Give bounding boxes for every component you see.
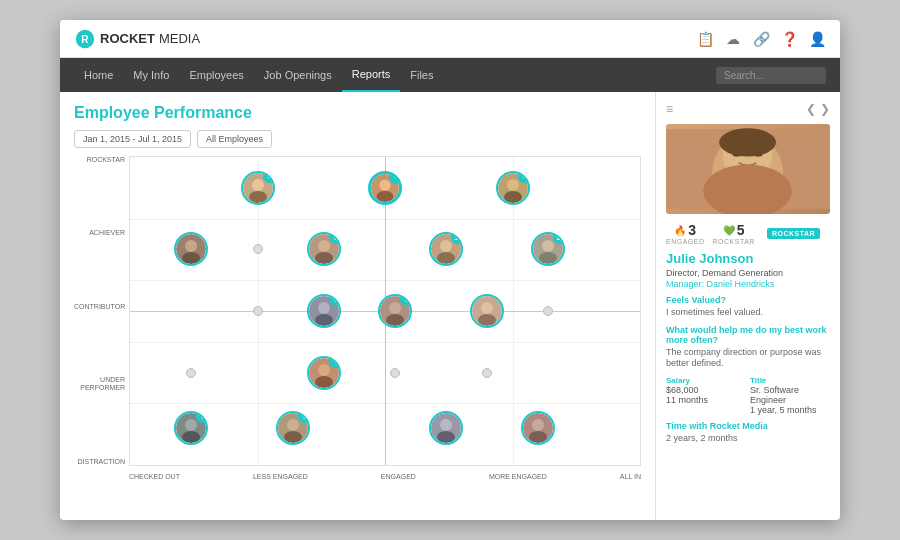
- avatar-r2-4[interactable]: 11: [531, 232, 565, 266]
- logo-rocket: ROCKET: [100, 31, 155, 46]
- nav-employees[interactable]: Employees: [179, 58, 253, 92]
- svg-point-42: [440, 419, 452, 431]
- y-label-contributor: CONTRIBUTOR: [74, 303, 129, 311]
- panel-prev-icon[interactable]: ≡: [666, 102, 673, 116]
- employee-manager: Manager: Daniel Hendricks: [666, 279, 830, 289]
- svg-point-12: [185, 240, 197, 252]
- stat-rockstar-value: 💚 5: [723, 222, 745, 238]
- employee-detail-panel: ≡ ❮ ❯: [655, 92, 840, 520]
- avatar-r3-2[interactable]: 6: [378, 294, 412, 328]
- dot-r4-2[interactable]: [390, 368, 400, 378]
- stat-rockstar-label: ROCKSTAR: [713, 238, 755, 245]
- dot-r2-1[interactable]: [253, 244, 263, 254]
- avatar-r2-3[interactable]: 14: [429, 232, 463, 266]
- employee-face-svg: [666, 124, 830, 214]
- avatar-r1-2[interactable]: 4: [368, 171, 402, 205]
- nav-myinfo[interactable]: My Info: [123, 58, 179, 92]
- rockstar-badge: ROCKSTAR: [767, 228, 820, 239]
- x-axis: CHECKED OUT LESS ENGAGED ENGAGED MORE EN…: [129, 466, 641, 486]
- svg-point-43: [437, 431, 455, 443]
- svg-point-6: [379, 179, 390, 190]
- avatar-r2-2[interactable]: 6: [307, 232, 341, 266]
- avatar-r1-3[interactable]: 8: [496, 171, 530, 205]
- dot-r3-1[interactable]: [253, 306, 263, 316]
- y-label-achiever: ACHIEVER: [74, 229, 129, 237]
- svg-point-40: [284, 431, 302, 443]
- svg-point-36: [185, 419, 197, 431]
- avatar-r3-1[interactable]: 7: [307, 294, 341, 328]
- svg-point-31: [478, 314, 496, 326]
- avatar-r2-1[interactable]: [174, 232, 208, 266]
- dot-r4-3[interactable]: [482, 368, 492, 378]
- logo-media: MEDIA: [159, 31, 200, 46]
- salary-tenure: 11 months: [666, 395, 746, 405]
- svg-point-45: [532, 419, 544, 431]
- svg-point-4: [249, 191, 267, 203]
- avatar-r5-3[interactable]: [429, 411, 463, 445]
- avatar-r4-1[interactable]: 4: [307, 356, 341, 390]
- q1-answer: I sometimes feel valued.: [666, 307, 830, 319]
- x-label-4: MORE ENGAGED: [489, 473, 547, 480]
- stat-engaged: 🔥 3 ENGAGED: [666, 222, 705, 245]
- svg-point-3: [252, 179, 264, 191]
- nav-jobopenings[interactable]: Job Openings: [254, 58, 342, 92]
- salary-value: $68,000: [666, 385, 746, 395]
- filters: Jan 1, 2015 - Jul 1, 2015 All Employees: [74, 130, 641, 148]
- avatar-r5-4[interactable]: [521, 411, 555, 445]
- svg-point-39: [287, 419, 299, 431]
- salary-label: Salary: [666, 376, 746, 385]
- title-duration: 1 year, 5 months: [750, 405, 830, 415]
- performance-chart: ROCKSTAR ACHIEVER CONTRIBUTOR UNDER PERF…: [74, 156, 641, 486]
- link-icon[interactable]: 🔗: [752, 30, 770, 48]
- salary-cell: Salary $68,000 11 months: [666, 376, 746, 415]
- svg-point-33: [318, 364, 330, 376]
- svg-point-18: [440, 240, 452, 252]
- employee-photo: [666, 124, 830, 214]
- cloud-icon[interactable]: ☁: [724, 30, 742, 48]
- employee-name: Julie Johnson: [666, 251, 830, 266]
- search-input[interactable]: [716, 67, 826, 84]
- manager-name: Daniel Hendricks: [707, 279, 775, 289]
- dot-r4-1[interactable]: [186, 368, 196, 378]
- svg-point-34: [315, 376, 333, 388]
- panel-nav-left[interactable]: ❮: [806, 102, 816, 116]
- svg-point-7: [377, 191, 394, 202]
- svg-point-24: [318, 302, 330, 314]
- main-window: R ROCKETMEDIA 📋 ☁ 🔗 ❓ 👤 Home My Info Emp…: [60, 20, 840, 520]
- main-content: Employee Performance Jan 1, 2015 - Jul 1…: [60, 92, 840, 520]
- stat-engaged-label: ENGAGED: [666, 238, 705, 245]
- page-title: Employee Performance: [74, 104, 641, 122]
- notifications-icon[interactable]: 📋: [696, 30, 714, 48]
- x-label-2: LESS ENGAGED: [253, 473, 308, 480]
- panel-nav-right[interactable]: ❯: [820, 102, 830, 116]
- q2-label: What would help me do my best work more …: [666, 325, 830, 345]
- chart-grid: 2 4 8: [129, 156, 641, 466]
- top-icons: 📋 ☁ 🔗 ❓ 👤: [696, 30, 826, 48]
- user-icon[interactable]: 👤: [808, 30, 826, 48]
- nav-reports[interactable]: Reports: [342, 58, 401, 92]
- avatar-r5-2[interactable]: 2: [276, 411, 310, 445]
- nav-home[interactable]: Home: [74, 58, 123, 92]
- help-icon[interactable]: ❓: [780, 30, 798, 48]
- dot-r3-2[interactable]: [543, 306, 553, 316]
- svg-point-9: [507, 179, 519, 191]
- y-axis: ROCKSTAR ACHIEVER CONTRIBUTOR UNDER PERF…: [74, 156, 129, 466]
- logo-icon: R: [74, 28, 96, 50]
- stat-engaged-value: 🔥 3: [674, 222, 696, 238]
- nav-files[interactable]: Files: [400, 58, 443, 92]
- svg-point-27: [389, 302, 401, 314]
- svg-point-46: [529, 431, 547, 443]
- avatar-r5-1[interactable]: 2: [174, 411, 208, 445]
- svg-text:R: R: [81, 33, 89, 44]
- date-filter[interactable]: Jan 1, 2015 - Jul 1, 2015: [74, 130, 191, 148]
- avatar-r1-1[interactable]: 2: [241, 171, 275, 205]
- svg-point-53: [719, 128, 776, 156]
- svg-point-13: [182, 252, 200, 264]
- top-bar: R ROCKETMEDIA 📋 ☁ 🔗 ❓ 👤: [60, 20, 840, 58]
- svg-point-25: [315, 314, 333, 326]
- svg-point-15: [318, 240, 330, 252]
- avatar-r3-3[interactable]: [470, 294, 504, 328]
- x-label-3: ENGAGED: [381, 473, 416, 480]
- employee-filter[interactable]: All Employees: [197, 130, 272, 148]
- stat-rockstar: 💚 5 ROCKSTAR: [713, 222, 755, 245]
